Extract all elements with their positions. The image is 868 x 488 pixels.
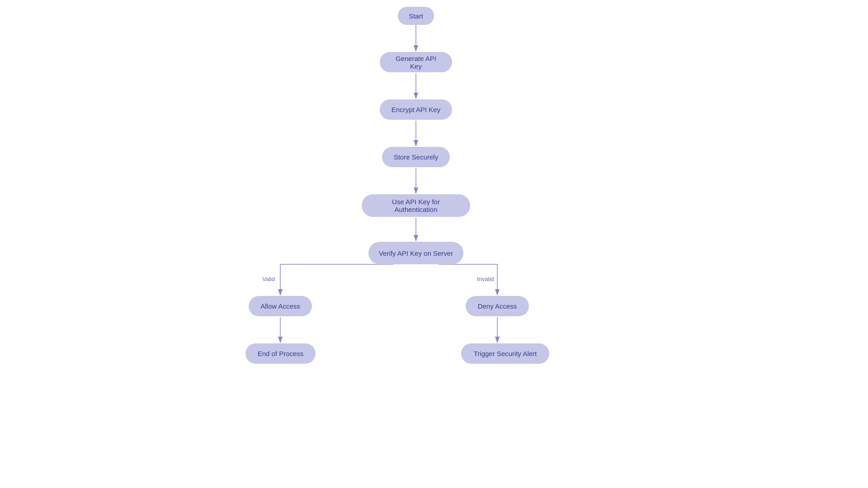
trigger-label: Trigger Security Alert: [474, 350, 537, 357]
store-label: Store Securely: [394, 153, 438, 161]
use-api-key-node: Use API Key for Authentication: [362, 194, 470, 217]
start-node: Start: [398, 7, 434, 25]
trigger-security-alert-node: Trigger Security Alert: [461, 343, 549, 364]
start-label: Start: [409, 12, 423, 20]
flowchart-container: Start Generate API Key Encrypt API Key S…: [0, 0, 868, 488]
deny-label: Deny Access: [478, 302, 517, 310]
generate-label: Generate API Key: [389, 55, 443, 70]
use-label: Use API Key for Authentication: [371, 198, 461, 213]
verify-label: Verify API Key on Server: [379, 249, 453, 257]
encrypt-label: Encrypt API Key: [392, 106, 440, 113]
verify-api-key-node: Verify API Key on Server: [368, 242, 463, 264]
deny-access-node: Deny Access: [466, 296, 529, 316]
store-securely-node: Store Securely: [382, 147, 450, 167]
valid-label: Valid: [262, 276, 275, 282]
encrypt-api-key-node: Encrypt API Key: [380, 99, 452, 120]
end-of-process-node: End of Process: [245, 343, 316, 364]
allow-label: Allow Access: [260, 302, 300, 310]
generate-api-key-node: Generate API Key: [380, 52, 452, 72]
allow-access-node: Allow Access: [249, 296, 312, 316]
invalid-label: Invalid: [477, 276, 494, 282]
end-label: End of Process: [258, 350, 304, 357]
